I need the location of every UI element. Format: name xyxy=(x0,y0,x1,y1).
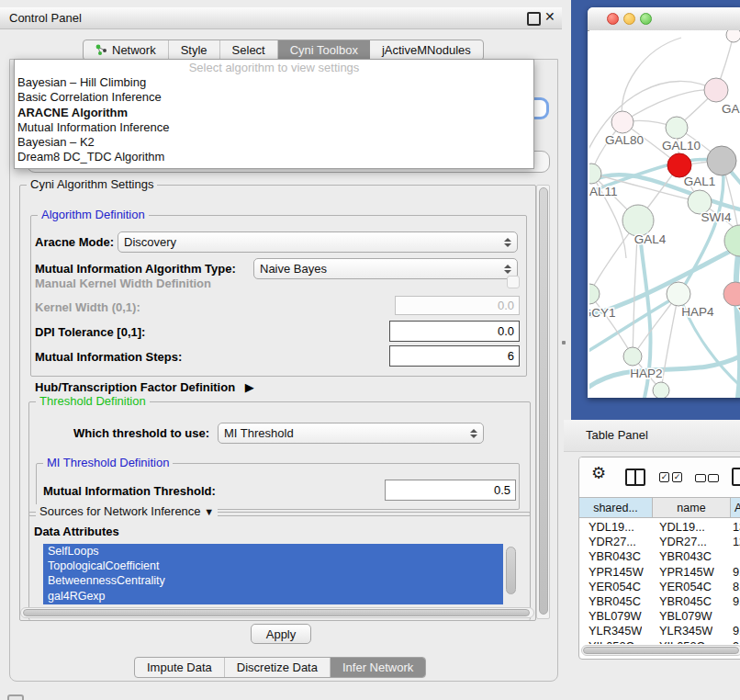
table-row[interactable]: YER054C YER054C 8. xyxy=(579,580,740,594)
tab-jactivemnodules[interactable]: jActiveMNodules xyxy=(370,40,483,60)
network-canvas[interactable]: GAL GAL80 GAL10 GAL1 GAL11 SWI4 GAL4 GCY… xyxy=(589,30,740,398)
table-row[interactable]: YIL052C YIL052C 9. xyxy=(579,639,740,645)
aracne-mode-select[interactable]: Discovery xyxy=(118,231,518,253)
mi-algorithm-type-label: Mutual Information Algorithm Type: xyxy=(35,262,236,276)
network-node-label: GAL11 xyxy=(589,185,618,198)
table-panel-body: ⚙ ✓ ✓ shared... name A YDL19... YDL19...… xyxy=(578,457,740,660)
table-row[interactable]: YBR043C YBR043C xyxy=(579,549,740,564)
algorithm-option[interactable]: Dream8 DC_TDC Algorithm xyxy=(15,150,533,164)
algorithm-dropdown-popup: Select algorithm to view settings Bayesi… xyxy=(14,59,534,169)
dpi-tolerance-input[interactable] xyxy=(389,321,520,342)
column-header-name[interactable]: name xyxy=(653,497,731,518)
table-row[interactable]: YBR045C YBR045C 9. xyxy=(579,594,740,609)
data-attributes-list: SelfLoops TopologicalCoefficient Between… xyxy=(43,544,503,604)
gear-icon[interactable]: ⚙ xyxy=(591,463,606,483)
split-columns-icon[interactable] xyxy=(625,469,645,486)
hub-definition-section[interactable]: Hub/Transcription Factor Definition ▶ xyxy=(35,380,254,394)
network-window-titlebar[interactable] xyxy=(588,7,740,31)
zoom-traffic-light-icon[interactable] xyxy=(640,13,652,25)
algorithm-option[interactable]: Bayesian – Hill Climbing xyxy=(15,75,533,90)
tab-infer-network[interactable]: Infer Network xyxy=(331,658,425,677)
minimize-traffic-light-icon[interactable] xyxy=(623,13,635,25)
network-node[interactable] xyxy=(653,382,669,398)
aracne-mode-value: Discovery xyxy=(124,235,500,249)
which-threshold-label: Which threshold to use: xyxy=(73,426,209,440)
kernel-width-input xyxy=(395,296,520,315)
table-row[interactable]: YLR345W YLR345W 9. xyxy=(579,624,740,638)
network-node[interactable] xyxy=(707,146,736,175)
network-node[interactable] xyxy=(666,117,688,139)
algorithm-option[interactable]: Bayesian – K2 xyxy=(15,135,533,150)
select-all-columns-icon[interactable]: ✓ xyxy=(659,472,669,482)
expand-arrow-right-icon[interactable]: ▶ xyxy=(245,380,254,394)
network-node[interactable] xyxy=(726,30,740,42)
network-node[interactable] xyxy=(623,347,642,366)
network-node[interactable] xyxy=(723,282,740,306)
tab-impute-data[interactable]: Impute Data xyxy=(135,658,225,677)
tab-infer-network-label: Infer Network xyxy=(342,660,413,674)
deselect-all-columns-icon[interactable] xyxy=(695,474,706,482)
splitter-handle[interactable] xyxy=(562,341,566,344)
apply-button[interactable]: Apply xyxy=(251,624,311,644)
tab-style[interactable]: Style xyxy=(169,40,220,60)
data-attributes-label: Data Attributes xyxy=(34,525,119,538)
list-hscrollbar-track[interactable] xyxy=(20,607,534,618)
table-row[interactable]: YDR27... YDR27... 12 xyxy=(579,535,740,549)
kernel-width-label: Kernel Width (0,1): xyxy=(35,300,140,314)
mi-steps-input[interactable] xyxy=(389,345,520,367)
mi-threshold-input[interactable] xyxy=(385,480,516,501)
table-hscrollbar-track[interactable] xyxy=(581,645,740,656)
network-node[interactable] xyxy=(667,282,690,306)
float-window-icon[interactable] xyxy=(527,12,541,26)
tab-select[interactable]: Select xyxy=(220,40,278,60)
list-item[interactable]: SelfLoops xyxy=(43,544,503,559)
close-icon[interactable]: ✕ xyxy=(544,9,555,24)
network-node-labels: GAL GAL80 GAL10 GAL1 GAL11 SWI4 GAL4 GCY… xyxy=(589,102,740,380)
table-row[interactable]: YDL19... YDL19... 13 xyxy=(579,520,740,535)
algorithm-option-aracne[interactable]: ARACNE Algorithm xyxy=(15,106,533,120)
hub-definition-label: Hub/Transcription Factor Definition xyxy=(35,380,235,394)
manual-kernel-width-label: Manual Kernel Width Definition xyxy=(35,277,211,290)
mi-algorithm-type-select[interactable]: Naive Bayes xyxy=(253,258,518,279)
algorithm-placeholder: Select algorithm to view settings xyxy=(15,60,533,75)
tab-network[interactable]: Network xyxy=(84,40,169,60)
network-node[interactable] xyxy=(589,164,601,184)
new-table-icon[interactable] xyxy=(732,468,740,486)
list-hscrollbar-thumb[interactable] xyxy=(23,609,530,616)
list-scrollbar-thumb[interactable] xyxy=(506,547,516,594)
control-panel-title: Control Panel xyxy=(9,11,82,25)
table-row[interactable]: YBL079W YBL079W xyxy=(579,609,740,624)
tab-cyni-toolbox-label: Cyni Toolbox xyxy=(290,43,358,57)
mi-threshold-title: MI Threshold Definition xyxy=(43,456,173,469)
select-all-columns-icon2[interactable]: ✓ xyxy=(672,472,682,482)
collapse-arrow-down-icon[interactable]: ▼ xyxy=(204,506,214,517)
mi-steps-label: Mutual Information Steps: xyxy=(35,350,182,364)
tab-discretize-data[interactable]: Discretize Data xyxy=(225,658,331,677)
network-node[interactable] xyxy=(704,78,728,102)
deselect-all-columns-icon2[interactable] xyxy=(708,474,719,482)
algorithm-option[interactable]: Mutual Information Inference xyxy=(15,120,533,135)
stepper-arrows-icon xyxy=(504,238,511,247)
network-desktop: GAL GAL80 GAL10 GAL1 GAL11 SWI4 GAL4 GCY… xyxy=(571,0,740,420)
list-item[interactable]: TopologicalCoefficient xyxy=(43,559,503,573)
control-panel-titlebar: Control Panel ✕ xyxy=(0,7,562,29)
table-hscrollbar-thumb[interactable] xyxy=(583,647,739,654)
tab-cyni-toolbox[interactable]: Cyni Toolbox xyxy=(278,40,370,60)
settings-scrollbar-thumb[interactable] xyxy=(539,187,548,615)
settings-scrollbar-track[interactable] xyxy=(536,185,550,619)
table-row[interactable]: YPR145W YPR145W 9. xyxy=(579,565,740,580)
which-threshold-select[interactable]: MI Threshold xyxy=(218,423,484,444)
network-node[interactable] xyxy=(622,205,654,236)
column-header-shared-name[interactable]: shared... xyxy=(579,497,653,518)
dock-panel-icon[interactable] xyxy=(7,694,24,700)
network-node-label: GAL10 xyxy=(662,139,701,152)
algorithm-option[interactable]: Basic Correlation Inference xyxy=(15,90,533,105)
column-header-partial[interactable]: A xyxy=(731,497,740,518)
control-panel-tabs: Network Style Select Cyni Toolbox jActiv… xyxy=(83,40,484,61)
list-item[interactable]: gal4RGexp xyxy=(43,589,503,604)
which-threshold-value: MI Threshold xyxy=(224,426,466,440)
network-node[interactable] xyxy=(611,111,633,133)
list-item[interactable]: BetweennessCentrality xyxy=(43,573,503,588)
network-node[interactable] xyxy=(589,284,600,304)
close-traffic-light-icon[interactable] xyxy=(607,13,619,25)
